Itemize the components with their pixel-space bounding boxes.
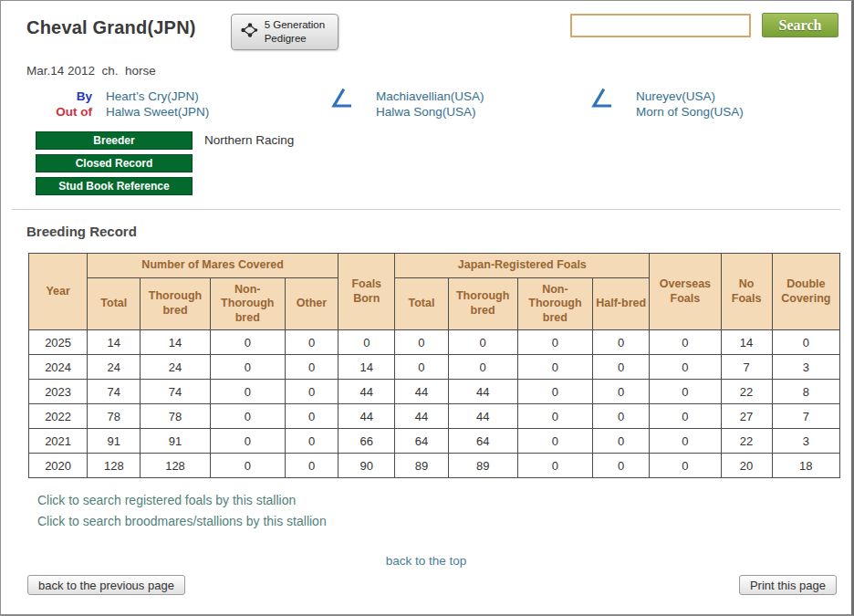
breeding-table-row: 2020128128009089890002018 [29,454,840,478]
col-mares-other: Other [285,277,338,330]
value-cell: 0 [517,355,592,380]
col-mares-thoroughbred: Thorough bred [141,277,210,330]
col-japan-non-thoroughbred: Non-Thorough bred [517,277,592,330]
breeder-name: Northern Racing [204,133,294,147]
col-japan-total: Total [395,277,448,330]
value-cell: 0 [593,380,650,404]
value-cell: 0 [210,404,285,429]
col-japan-half-bred: Half-bred [593,277,650,330]
col-mares-non-thoroughbred: Non-Thorough bred [210,277,285,330]
value-cell: 0 [210,355,285,380]
value-cell: 0 [210,429,285,454]
value-cell: 0 [517,380,592,404]
dam-dam-dam-link[interactable]: Morn of Song(USA) [636,104,744,120]
value-cell: 0 [395,355,448,380]
back-to-top-link[interactable]: back to the top [386,554,467,568]
col-foals-born: Foals Born [338,253,395,330]
col-overseas-foals: Overseas Foals [650,253,721,330]
value-cell: 22 [721,380,772,404]
breeding-table-row: 2025141400000000140 [29,330,840,355]
value-cell: 91 [88,429,141,454]
pedigree-tree-icon [240,22,258,41]
breeding-table-body: 2025141400000000140202424240014000007320… [29,330,840,478]
value-cell: 18 [772,454,839,478]
sire-link[interactable]: Heart’s Cry(JPN) [106,89,209,104]
value-cell: 0 [517,429,592,454]
closed-record-row: Closed Record [36,154,851,172]
breeding-record-title: Breeding Record [26,224,851,239]
value-cell: 24 [88,355,141,380]
search-input[interactable] [570,14,751,37]
value-cell: 0 [338,330,395,355]
value-cell: 44 [338,404,395,429]
stud-book-reference-button[interactable]: Stud Book Reference [36,177,193,195]
value-cell: 0 [285,429,338,454]
value-cell: 90 [338,454,395,478]
pedigree-summary: By Out of Heart’s Cry(JPN) Halwa Sweet(J… [50,89,851,120]
value-cell: 89 [448,454,517,478]
value-cell: 0 [210,330,285,355]
angle-icon [329,89,351,112]
value-cell: 91 [141,429,210,454]
value-cell: 0 [593,404,650,429]
year-cell: 2025 [29,330,88,355]
five-generation-pedigree-button[interactable]: 5 Generation Pedigree [231,14,339,50]
closed-record-button[interactable]: Closed Record [36,154,193,172]
value-cell: 44 [448,404,517,429]
value-cell: 0 [650,454,721,478]
dam-dam-link[interactable]: Halwa Song(USA) [376,104,484,120]
value-cell: 14 [721,330,772,355]
breeding-table-row: 2023747400444444000228 [29,380,840,404]
value-cell: 8 [772,380,839,404]
dam-link[interactable]: Halwa Sweet(JPN) [106,104,209,120]
col-group-mares-covered: Number of Mares Covered [88,253,338,277]
pedigree-generation-2: Machiavellian(USA) Halwa Song(USA) [329,89,589,120]
value-cell: 27 [721,404,772,429]
breeder-button[interactable]: Breeder [36,131,193,150]
breeding-record-table: Year Number of Mares Covered Foals Born … [28,253,840,479]
col-no-foals: No Foals [721,253,772,330]
value-cell: 0 [285,380,338,404]
year-cell: 2021 [29,429,88,454]
horse-birth-info: Mar.14 2012 ch. horse [26,64,851,78]
value-cell: 0 [650,330,721,355]
dam-dam-sire-link[interactable]: Nureyev(USA) [636,89,744,104]
value-cell: 78 [88,404,141,429]
col-double-covering: Double Covering [772,253,839,330]
value-cell: 0 [285,454,338,478]
value-cell: 0 [650,380,721,404]
breeding-table-row: 2021919100666464000223 [29,429,840,454]
record-buttons: Breeder Northern Racing Closed Record St… [36,131,851,195]
angle-icon [589,89,611,112]
value-cell: 128 [141,454,210,478]
search-button[interactable]: Search [762,13,838,37]
table-header-row-groups: Year Number of Mares Covered Foals Born … [29,253,840,277]
year-cell: 2020 [29,454,88,478]
value-cell: 74 [88,380,141,404]
page-title: Cheval Grand(JPN) [26,17,196,38]
back-previous-button[interactable]: back to the previous page [27,575,185,595]
value-cell: 0 [285,330,338,355]
dam-sire-link[interactable]: Machiavellian(USA) [376,89,484,104]
col-mares-total: Total [88,277,141,330]
value-cell: 78 [141,404,210,429]
back-to-top-wrap: back to the top [1,552,851,569]
search-registered-foals-link[interactable]: Click to search registered foals by this… [37,493,851,507]
value-cell: 44 [448,380,517,404]
breeding-table-row: 2022787800444444000277 [29,404,840,429]
value-cell: 0 [593,454,650,478]
search-broodmares-stallions-link[interactable]: Click to search broodmares/stallions by … [37,514,851,528]
value-cell: 0 [210,454,285,478]
value-cell: 64 [448,429,517,454]
value-cell: 7 [721,355,772,380]
section-divider [12,209,840,210]
value-cell: 3 [772,355,839,380]
value-cell: 44 [338,380,395,404]
by-label: By [50,89,92,104]
value-cell: 0 [517,454,592,478]
breeding-table-row: 2024242400140000073 [29,355,840,380]
year-cell: 2024 [29,355,88,380]
value-cell: 20 [721,454,772,478]
search-area: Search [570,13,838,37]
print-page-button[interactable]: Print this page [739,575,837,595]
